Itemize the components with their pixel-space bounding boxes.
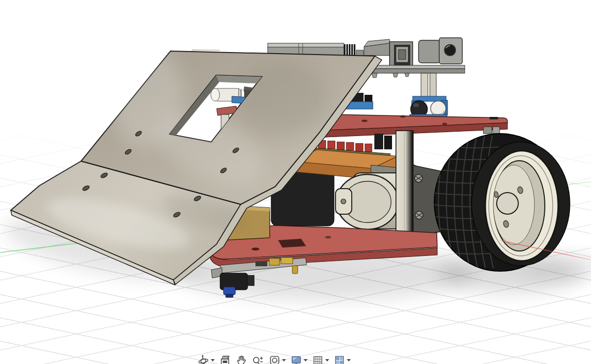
grid-snaps-tool-button[interactable] [312,354,329,364]
dark-connector [255,261,267,266]
zoom-magnifier-icon [252,354,264,364]
deck-hole [442,123,447,125]
wheel-hub [497,193,518,214]
fit-tool-button[interactable] [269,354,286,364]
gold-connector [269,258,280,265]
look-at-tool-button[interactable] [219,354,231,364]
deck-hole [400,115,406,118]
chassis-hole [325,236,331,239]
viewports-icon [334,354,345,364]
cutout-top-wall [216,75,262,84]
navigation-toolbar [197,354,351,364]
display-settings-tool-button[interactable] [290,354,308,364]
platform-stud [372,73,377,78]
gold-connector [281,257,293,264]
line-sensor-tip [225,294,233,298]
chassis-hole [252,248,259,251]
display-monitor-icon [290,354,302,364]
line-sensor-lens [224,287,235,295]
line-sensor-tab [248,275,254,286]
cylinder-cap [211,88,220,101]
ramp-top-bevel [192,49,220,51]
deck-slot [489,117,498,119]
white-ball-sensor [431,101,446,116]
wheel-bracket-block [483,127,492,134]
fit-view-icon [269,354,281,364]
pan-hand-icon [235,354,247,364]
grid-icon [312,354,324,364]
platform-stud [405,73,409,77]
camera-lens [398,50,406,59]
dropdown-caret[interactable] [211,359,215,362]
look-at-icon [219,354,231,364]
zoom-tool-button[interactable] [252,354,264,364]
dropdown-caret[interactable] [325,359,329,362]
dropdown-caret[interactable] [347,359,351,362]
mount-platform-top [367,65,465,69]
dropdown-caret[interactable] [304,359,308,362]
dropdown-caret[interactable] [282,359,286,362]
deck-hole [362,120,367,122]
sensor-holder [419,40,440,63]
pin-header [365,95,372,102]
chassis-square-hole [278,239,306,248]
support-pillar[interactable] [396,131,413,237]
viewport-canvas[interactable] [0,0,591,364]
pan-tool-button[interactable] [235,354,247,364]
orbit-icon [197,354,209,364]
motor-shaft [341,199,346,204]
viewports-tool-button[interactable] [334,354,351,364]
ball-highlight [413,103,419,107]
gold-screw [292,266,298,274]
platform-stud [393,73,398,77]
mount-platform-front [367,69,465,73]
black-header [384,136,392,149]
orbit-tool-button[interactable] [197,354,215,364]
black-header [374,134,383,149]
wheel-bracket-block [493,127,500,134]
